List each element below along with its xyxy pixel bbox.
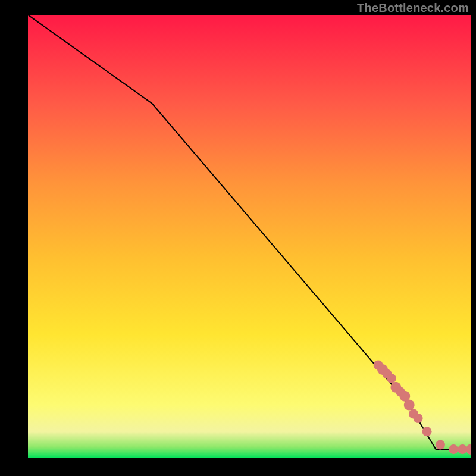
plot-area xyxy=(28,15,471,458)
chart-frame: TheBottleneck.com xyxy=(0,0,476,476)
plot-svg xyxy=(28,15,471,458)
sample-point xyxy=(458,444,467,454)
sample-point xyxy=(436,440,445,450)
sample-point xyxy=(414,414,423,423)
sample-point xyxy=(404,400,415,411)
sample-point xyxy=(449,444,458,454)
sample-point xyxy=(422,427,432,436)
sample-point xyxy=(387,374,396,383)
watermark-text: TheBottleneck.com xyxy=(357,1,469,15)
